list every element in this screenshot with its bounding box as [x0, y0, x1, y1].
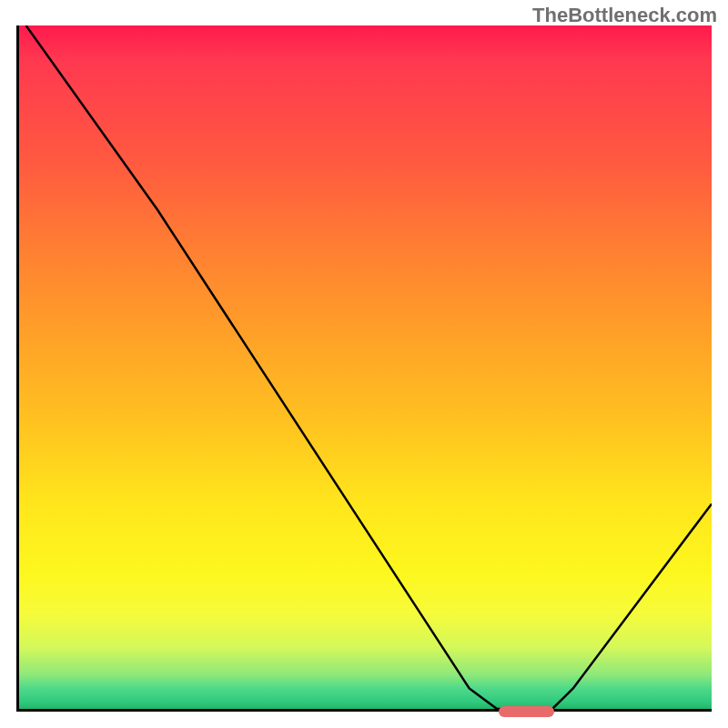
curve-line: [26, 25, 712, 709]
watermark-text: TheBottleneck.com: [532, 4, 717, 27]
plot-area: [16, 25, 712, 712]
curve-svg: [19, 25, 712, 709]
chart-container: TheBottleneck.com: [0, 0, 728, 728]
optimal-marker: [499, 706, 554, 717]
